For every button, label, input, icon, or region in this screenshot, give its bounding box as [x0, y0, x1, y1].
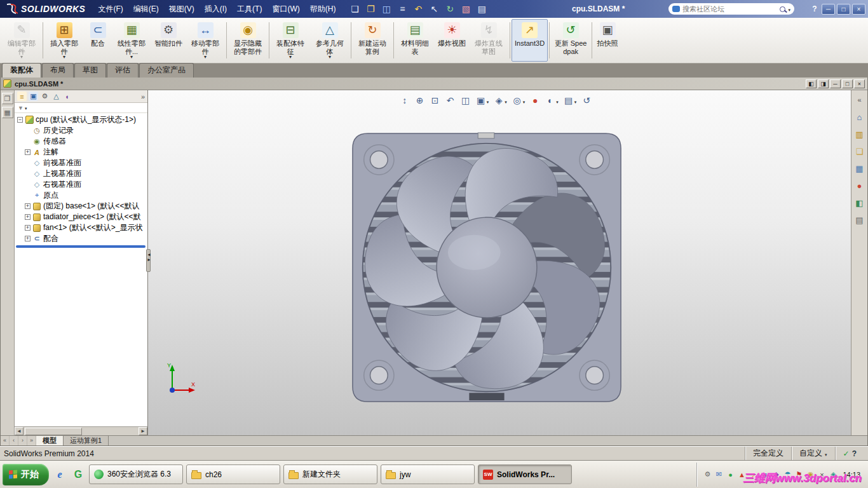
color-swatch-icon[interactable]: ▧: [461, 4, 471, 14]
tray-icon[interactable]: ▲: [737, 471, 746, 478]
assembly-features-button[interactable]: ⊟ 装配体特征: [271, 19, 310, 62]
tray-icon[interactable]: ◆: [771, 470, 780, 478]
tray-icon[interactable]: ●: [726, 471, 735, 478]
tile-right-icon[interactable]: ◨: [818, 79, 829, 88]
tray-icon[interactable]: ⚑: [794, 470, 803, 478]
tray-icon[interactable]: ×: [817, 471, 826, 478]
file-explorer-icon[interactable]: ❏: [854, 146, 865, 157]
graphics-viewport[interactable]: ↕ ⊕ ⊡ ↶ ◫ ▣ ◈ ◎ ● ◐ ▤ ↺: [148, 90, 851, 435]
zoom-area-icon[interactable]: ⊡: [430, 95, 440, 105]
tree-horizontal-scrollbar[interactable]: ◄ ►: [15, 426, 147, 435]
menu-tools[interactable]: 工具(T): [232, 4, 267, 15]
taskbar-item-ch26[interactable]: ch26: [186, 464, 280, 484]
tab-assembly[interactable]: 装配体: [2, 63, 41, 78]
tree-item-mates[interactable]: ⊂ 配合: [15, 233, 147, 244]
last-study-icon[interactable]: »: [27, 436, 36, 445]
options-icon[interactable]: ▤: [477, 4, 487, 14]
new-document-icon[interactable]: ❏: [349, 4, 360, 14]
zoom-fit-icon[interactable]: ↕: [400, 95, 410, 105]
rebuild-icon[interactable]: ↻: [445, 4, 455, 14]
assembly-toolbar-icon[interactable]: ▦: [2, 107, 13, 118]
scroll-left-icon[interactable]: ◄: [15, 427, 24, 435]
scrollbar-thumb[interactable]: [25, 428, 82, 435]
view-settings-icon[interactable]: ▤: [564, 95, 577, 105]
panel-overflow-icon[interactable]: »: [141, 93, 145, 100]
green-browser-icon[interactable]: G: [71, 467, 86, 482]
take-snapshot-button[interactable]: ▣ 拍快照: [593, 19, 621, 62]
expand-box-icon[interactable]: [25, 214, 31, 220]
tree-filter-bar[interactable]: ▼: [15, 103, 147, 113]
hide-show-items-icon[interactable]: ◎: [512, 95, 526, 105]
tile-left-icon[interactable]: ◧: [806, 79, 817, 88]
tree-item-origin[interactable]: ⌖ 原点: [15, 190, 147, 201]
first-study-icon[interactable]: «: [1, 436, 10, 445]
explode-line-sketch-button[interactable]: ↯ 爆炸直线草图: [469, 19, 508, 62]
tree-item-base[interactable]: (固定) base<1> (默认<<默认: [15, 201, 147, 212]
filter-funnel-icon[interactable]: ▼: [18, 105, 24, 111]
save-icon[interactable]: ◫: [381, 4, 391, 14]
tree-item-top-plane[interactable]: ◇ 上视基准面: [15, 168, 147, 179]
tray-icon[interactable]: ✉: [714, 470, 723, 478]
doc-restore-button[interactable]: □: [842, 79, 853, 88]
smart-fasteners-button[interactable]: ⚙ 智能扣件: [151, 19, 186, 62]
rollback-bar[interactable]: [16, 245, 146, 248]
edit-appearance-icon[interactable]: ●: [530, 95, 540, 105]
tab-evaluate[interactable]: 评估: [107, 63, 139, 78]
expand-box-icon[interactable]: [25, 236, 31, 241]
status-help-icon[interactable]: ?: [852, 449, 857, 458]
maximize-button[interactable]: □: [837, 4, 850, 15]
previous-study-icon[interactable]: ‹: [10, 436, 18, 445]
exploded-view-button[interactable]: ☀ 爆炸视图: [435, 19, 469, 62]
scroll-right-icon[interactable]: ►: [139, 427, 147, 435]
undo-icon[interactable]: ↶: [413, 4, 423, 14]
update-speedpak-button[interactable]: ↺ 更新 Speedpak: [551, 19, 590, 62]
move-component-button[interactable]: ↔ 移动零部件: [186, 19, 225, 62]
dimxpert-tab-icon[interactable]: △: [51, 92, 61, 101]
tab-office-products[interactable]: 办公室产品: [139, 63, 194, 78]
appearances-icon[interactable]: ●: [854, 180, 865, 191]
doc-minimize-button[interactable]: ─: [830, 79, 841, 88]
search-input[interactable]: [682, 5, 777, 13]
next-study-icon[interactable]: ›: [18, 436, 27, 445]
linear-pattern-button[interactable]: ▦ 线性零部件...: [112, 19, 151, 62]
tray-icon[interactable]: ♪: [749, 471, 757, 478]
reference-geometry-button[interactable]: △ 参考几何体: [310, 19, 349, 62]
tree-item-right-plane[interactable]: ◇ 右视基准面: [15, 179, 147, 190]
mate-button[interactable]: ⊂ 配合: [84, 19, 112, 62]
open-icon[interactable]: ❐: [365, 4, 376, 14]
start-button[interactable]: 开始: [3, 464, 49, 485]
tree-item-front-plane[interactable]: ◇ 前视基准面: [15, 158, 147, 168]
display-style-icon[interactable]: ◈: [494, 95, 507, 105]
panel-splitter[interactable]: ◄►: [146, 249, 151, 272]
doc-close-button[interactable]: ×: [854, 79, 865, 88]
custom-properties-icon[interactable]: ▤: [854, 214, 865, 226]
help-icon[interactable]: ?: [810, 4, 820, 13]
view-palette-icon[interactable]: ▦: [854, 163, 865, 174]
displaymanager-tab-icon[interactable]: ◐: [63, 92, 72, 101]
menu-insert[interactable]: 插入(I): [200, 4, 232, 15]
custom-status-menu[interactable]: 自定义: [791, 447, 835, 460]
tray-icon[interactable]: ◈: [829, 470, 837, 478]
tray-icon[interactable]: ■: [760, 471, 769, 478]
section-view-icon[interactable]: ◫: [461, 95, 471, 105]
propertymanager-tab-icon[interactable]: ▣: [29, 92, 38, 101]
tree-item-sensors[interactable]: ◉ 传感器: [15, 136, 147, 147]
expand-box-icon[interactable]: [25, 225, 31, 231]
menu-window[interactable]: 窗口(W): [267, 4, 304, 15]
expand-box-icon[interactable]: [25, 203, 31, 209]
tree-item-history[interactable]: ◷ 历史记录: [15, 125, 147, 136]
search-scope-caret-icon[interactable]: [788, 4, 790, 13]
new-motion-study-button[interactable]: ↻ 新建运动算例: [353, 19, 392, 62]
internet-explorer-icon[interactable]: e: [52, 467, 67, 482]
tree-root-assembly[interactable]: cpu (默认<默认_显示状态-1>): [15, 114, 147, 125]
zoom-in-icon[interactable]: ⊕: [415, 95, 425, 105]
featuremanager-tab-icon[interactable]: ≡: [17, 92, 27, 101]
menu-edit[interactable]: 编辑(E): [128, 4, 164, 15]
tray-icon[interactable]: ◉: [806, 470, 815, 478]
tray-icon[interactable]: ☂: [783, 470, 792, 478]
hide-featuremanager-icon[interactable]: ❐: [2, 93, 13, 104]
minimize-button[interactable]: ─: [822, 4, 835, 15]
tab-motion-study-1[interactable]: 运动算例1: [64, 436, 109, 445]
print-icon[interactable]: ≡: [397, 4, 407, 14]
collapse-box-icon[interactable]: [17, 117, 23, 123]
